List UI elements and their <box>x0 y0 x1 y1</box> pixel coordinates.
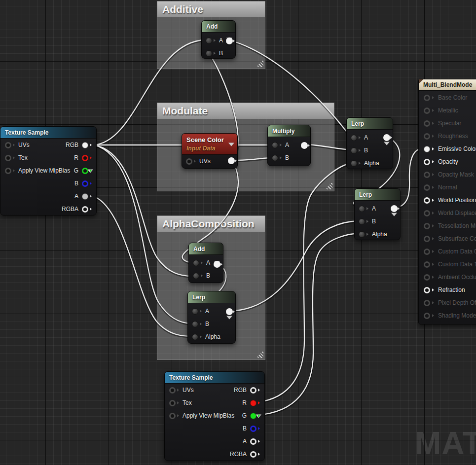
input-pin[interactable] <box>206 37 212 44</box>
wire-tex2-g__lerp-final-alpha[interactable] <box>256 233 359 415</box>
node-texture-sample-2[interactable]: Texture Sample UVsRGBTexRApply View MipB… <box>164 371 265 461</box>
material-input-pin[interactable] <box>424 313 430 319</box>
input-pin[interactable] <box>5 168 11 174</box>
input-pin[interactable] <box>169 387 176 393</box>
node-title[interactable]: Texture Sample <box>165 372 264 384</box>
input-pin[interactable] <box>169 413 176 419</box>
pin-hollow-icon[interactable] <box>250 426 256 432</box>
pin-label: Normal <box>438 184 457 191</box>
pin-label: B <box>243 425 247 432</box>
material-input-pin[interactable] <box>424 236 430 242</box>
pin-hollow-icon[interactable] <box>250 451 256 458</box>
input-pin[interactable] <box>186 158 192 165</box>
output-pin[interactable] <box>391 205 398 212</box>
pin-hollow-icon[interactable] <box>82 206 88 213</box>
output-pin[interactable] <box>226 37 233 44</box>
pin-label: UVs <box>199 158 211 165</box>
material-input-pin[interactable] <box>424 249 430 255</box>
pin-label: B <box>74 180 78 187</box>
output-pin[interactable] <box>214 261 220 268</box>
pin-label: Tex <box>18 154 28 161</box>
material-input-pin[interactable] <box>424 133 430 140</box>
node-multiply[interactable]: Multiply AB <box>267 125 311 166</box>
material-input-pin[interactable] <box>424 210 430 216</box>
node-lerp-final[interactable]: Lerp ABAlpha <box>354 188 401 240</box>
input-pin[interactable] <box>5 155 11 161</box>
input-pin[interactable] <box>169 400 176 406</box>
pin-filled-icon[interactable] <box>82 193 88 200</box>
pin-filled-icon[interactable] <box>250 400 256 406</box>
node-scene-color[interactable]: Scene Color Input Data UVs <box>182 133 238 169</box>
output-pin-group: B <box>243 425 260 432</box>
input-pin[interactable] <box>359 206 365 212</box>
wire-tex2-r__lerp-blend-alpha[interactable] <box>256 163 351 402</box>
pin-filled-icon[interactable] <box>82 142 88 148</box>
material-input-pin[interactable] <box>424 146 430 152</box>
output-pin[interactable] <box>226 308 233 315</box>
comment-resize-handle[interactable] <box>256 60 263 67</box>
material-input-pin[interactable] <box>424 107 430 114</box>
pin-label: B <box>285 154 289 161</box>
node-lerp-blend[interactable]: Lerp ABAlpha <box>346 117 393 169</box>
material-input-pin[interactable] <box>424 300 430 306</box>
node-title[interactable]: Multi_BlendMode <box>419 79 476 91</box>
input-pin[interactable] <box>351 135 357 141</box>
input-pin[interactable] <box>206 50 212 57</box>
output-pin[interactable] <box>228 157 235 164</box>
material-input-pin[interactable] <box>424 287 430 293</box>
material-input-pin[interactable] <box>424 274 430 281</box>
node-multi-blendmode-output[interactable]: Multi_BlendMode Base ColorMetallicSpecul… <box>418 79 476 324</box>
output-pin[interactable] <box>301 142 308 149</box>
node-texture-sample-1[interactable]: Texture Sample UVsRGBTexRApply View MipB… <box>0 126 97 215</box>
input-pin[interactable] <box>193 273 199 279</box>
input-pin[interactable] <box>272 155 278 161</box>
node-lerp-alpha[interactable]: Lerp ABAlpha <box>187 291 236 344</box>
pin-wedge-icon <box>194 160 196 163</box>
comment-resize-handle[interactable] <box>256 351 263 358</box>
input-pin[interactable] <box>359 218 365 225</box>
material-input-pin[interactable] <box>424 184 430 191</box>
pin-label: Apply View MipBias <box>18 167 70 174</box>
node-add-alpha[interactable]: Add AB <box>188 243 223 283</box>
comment-alphacomposition-title[interactable]: AlphaComposition <box>157 216 265 232</box>
node-title[interactable]: Lerp <box>347 118 393 130</box>
material-input-pin[interactable] <box>424 159 430 165</box>
pin-label: Alpha <box>364 160 379 167</box>
input-pin[interactable] <box>359 231 365 238</box>
pin-wedge-icon <box>177 401 179 404</box>
input-pin[interactable] <box>192 308 198 315</box>
pin-hollow-icon[interactable] <box>82 155 88 161</box>
pin-filled-icon[interactable] <box>250 413 256 419</box>
chevron-down-icon[interactable] <box>228 143 234 146</box>
input-pin[interactable] <box>272 142 278 148</box>
node-title[interactable]: Add <box>189 243 223 255</box>
input-pin[interactable] <box>192 321 198 327</box>
material-input-pin[interactable] <box>424 223 430 229</box>
node-title[interactable]: Texture Sample <box>0 127 96 139</box>
pin-hollow-icon[interactable] <box>250 387 256 393</box>
comment-modulate-title[interactable]: Modulate <box>157 103 334 119</box>
comment-resize-handle[interactable] <box>325 182 332 189</box>
comment-additive-title[interactable]: Additive <box>157 1 265 17</box>
material-graph-canvas[interactable]: MATERIAL Additive Modulate AlphaComposit… <box>0 0 476 465</box>
input-pin[interactable] <box>351 147 357 154</box>
pin-hollow-icon[interactable] <box>82 168 88 174</box>
pin-hollow-icon[interactable] <box>82 180 88 187</box>
input-pin[interactable] <box>351 160 357 167</box>
node-title[interactable]: Lerp <box>188 291 235 303</box>
node-title[interactable]: Lerp <box>355 189 400 201</box>
material-input-pin[interactable] <box>424 172 430 178</box>
node-add-additive[interactable]: Add AB <box>201 20 236 59</box>
material-input-pin[interactable] <box>424 95 430 101</box>
material-input-pin[interactable] <box>424 120 430 127</box>
material-input-pin[interactable] <box>424 261 430 268</box>
material-input-pin[interactable] <box>424 197 430 204</box>
input-pin[interactable] <box>192 334 198 340</box>
output-pin[interactable] <box>383 134 390 141</box>
node-title[interactable]: Add <box>202 21 235 33</box>
input-pin[interactable] <box>193 260 199 266</box>
pin-hollow-icon[interactable] <box>250 438 256 445</box>
input-pin[interactable] <box>5 142 11 148</box>
output-pin-group: G <box>242 412 260 419</box>
node-title[interactable]: Multiply <box>268 125 310 137</box>
